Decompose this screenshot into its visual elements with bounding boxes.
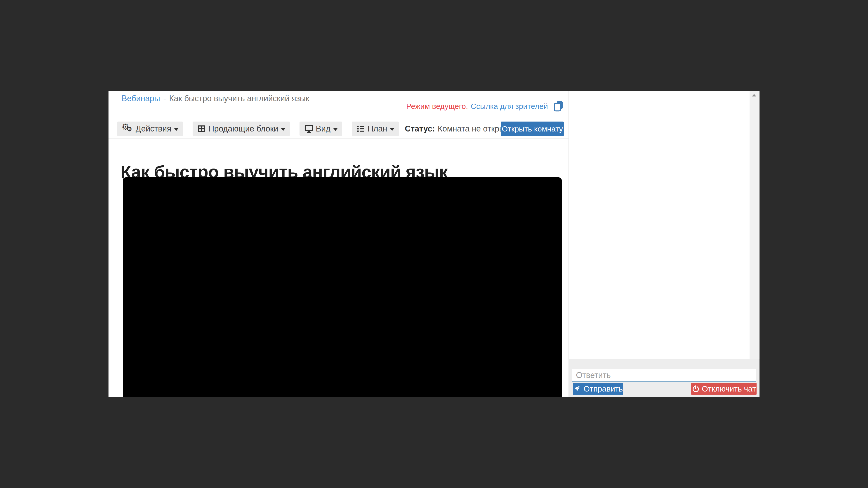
actions-button[interactable]: ⚙⚙ Действия xyxy=(117,122,183,136)
send-message-button-label: Отправить xyxy=(584,384,623,393)
grid-icon xyxy=(197,124,206,133)
host-mode-text: Режим ведущего. xyxy=(406,101,468,111)
breadcrumb: Вебинары - Как быстро выучить английский… xyxy=(122,94,309,103)
header-right: Режим ведущего. Ссылка для зрителей xyxy=(406,101,563,111)
toolbar: ⚙⚙ Действия Продающие блоки Вид xyxy=(117,122,513,136)
paper-plane-icon xyxy=(573,385,581,393)
chat-scrollbar[interactable] xyxy=(749,91,758,359)
breadcrumb-webinars-link[interactable]: Вебинары xyxy=(122,94,160,103)
view-button-label: Вид xyxy=(316,124,331,133)
chat-message-list[interactable] xyxy=(569,91,749,359)
webinar-app-window: Вебинары - Как быстро выучить английский… xyxy=(0,0,868,488)
plan-button-label: План xyxy=(368,124,387,133)
up-arrow-icon[interactable] xyxy=(752,94,756,96)
actions-button-label: Действия xyxy=(135,124,171,133)
caret-down-icon xyxy=(281,128,285,131)
caret-down-icon xyxy=(174,128,179,131)
toolbar-divider xyxy=(108,138,568,139)
viewers-link[interactable]: Ссылка для зрителей xyxy=(471,101,548,111)
selling-blocks-button-label: Продающие блоки xyxy=(209,124,278,133)
view-button[interactable]: Вид xyxy=(300,122,342,136)
gears-icon: ⚙⚙ xyxy=(122,123,133,135)
room-status: Статус: Комната не открыта xyxy=(405,122,513,136)
video-area[interactable] xyxy=(123,177,562,397)
copy-icon[interactable] xyxy=(554,101,563,111)
disable-chat-button[interactable]: Отключить чат xyxy=(691,383,756,395)
disable-chat-button-label: Отключить чат xyxy=(702,384,756,393)
plan-button[interactable]: План xyxy=(352,122,399,136)
selling-blocks-button[interactable]: Продающие блоки xyxy=(193,122,290,136)
open-room-button[interactable]: Открыть комнату xyxy=(501,122,564,136)
power-icon xyxy=(692,385,700,393)
monitor-icon xyxy=(304,124,313,133)
send-message-button[interactable]: Отправить xyxy=(573,383,623,395)
caret-down-icon xyxy=(390,128,395,131)
breadcrumb-current-page: Как быстро выучить английский язык xyxy=(169,94,309,103)
breadcrumb-separator: - xyxy=(163,94,166,103)
chat-reply-input[interactable] xyxy=(572,369,756,382)
caret-down-icon xyxy=(333,128,338,131)
status-label: Статус: xyxy=(405,124,435,133)
list-icon xyxy=(356,124,365,133)
